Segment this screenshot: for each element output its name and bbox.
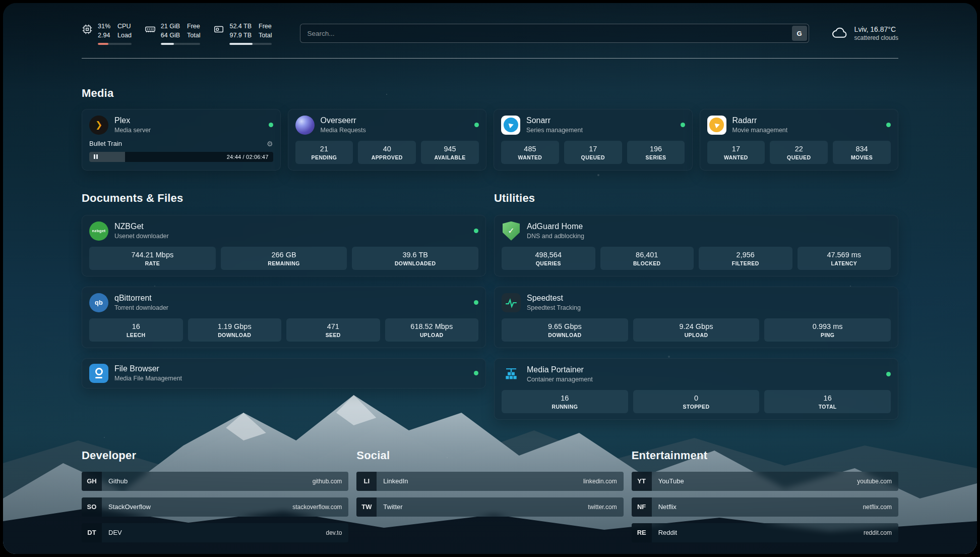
status-dot-online (474, 371, 478, 375)
section-title-developer: Developer (82, 449, 348, 462)
app-desc: DNS and adblocking (527, 233, 584, 240)
stat-leech: 16 LEECH (89, 318, 183, 342)
bookmark-group-social: Social LI LinkedIn linkedin.com TW Twitt… (356, 449, 623, 542)
stat-upload: 9.24 Gbps UPLOAD (633, 318, 760, 342)
search-engine-button[interactable]: G (792, 26, 807, 41)
section-title-utilities: Utilities (494, 192, 898, 205)
bookmark-linkedin[interactable]: LI LinkedIn linkedin.com (356, 472, 623, 491)
stat-blocked: 86,401 BLOCKED (600, 247, 694, 270)
bookmark-youtube[interactable]: YT YouTube youtube.com (632, 472, 898, 491)
app-card-overseerr[interactable]: Overseerr Media Requests 21 PENDING 40 A… (288, 109, 487, 171)
bookmark-group-entertainment: Entertainment YT YouTube youtube.com NF … (632, 449, 898, 542)
section-title-documents: Documents & Files (82, 192, 486, 205)
bookmark-group-developer: Developer GH Github github.com SO StackO… (82, 449, 348, 542)
section-title-media: Media (82, 87, 898, 100)
disk-usage-bar (229, 43, 272, 45)
overseerr-icon (295, 116, 315, 135)
app-name: NZBGet (114, 222, 169, 231)
bookmark-reddit[interactable]: RE Reddit reddit.com (632, 523, 898, 542)
top-bar: 31% CPU 2.94 Load 21 GiB Free 64 (82, 22, 898, 45)
header-divider (82, 58, 898, 59)
ram-monitor: 21 GiB Free 64 GiB Total (145, 22, 201, 45)
ram-free-label: Free (187, 22, 200, 31)
filebrowser-icon (89, 364, 108, 383)
ram-total-label: Total (187, 31, 200, 40)
app-card-filebrowser[interactable]: File Browser Media File Management (82, 358, 486, 388)
disk-icon (213, 24, 224, 35)
stat-queued: 22 QUEUED (770, 141, 828, 164)
bookmark-twitter[interactable]: TW Twitter twitter.com (356, 497, 623, 517)
portainer-icon (502, 365, 521, 384)
search-bar: G (300, 24, 809, 43)
app-card-speedtest[interactable]: Speedtest Speedtest Tracking 9.65 Gbps D… (494, 287, 898, 348)
snow-specks (3, 3, 4, 4)
reddit-icon: RE (632, 523, 652, 542)
ram-usage-bar (161, 43, 201, 45)
weather-widget: Lviv, 16.87°C scattered clouds (831, 25, 898, 41)
status-dot-online (474, 123, 479, 127)
app-card-nzbget[interactable]: nzbget NZBGet Usenet downloader 744.21 M… (82, 215, 486, 276)
ram-total-value: 64 GiB (161, 31, 180, 40)
disk-free-label: Free (259, 22, 272, 31)
app-desc: Usenet downloader (114, 233, 169, 240)
gear-icon[interactable]: ⚙ (267, 140, 273, 148)
disk-total-label: Total (259, 31, 272, 40)
stat-download: 1.19 Gbps DOWNLOAD (188, 318, 282, 342)
stat-remaining: 266 GB REMAINING (221, 247, 347, 270)
app-card-plex[interactable]: ❯ Plex Media server Bullet Train ⚙ 24:44… (82, 109, 281, 171)
app-desc: Movie management (732, 127, 788, 134)
cpu-load-label: Load (117, 31, 132, 40)
app-desc: Media File Management (114, 375, 182, 382)
nzbget-icon: nzbget (89, 221, 108, 241)
twitter-icon: TW (356, 497, 377, 517)
app-card-portainer[interactable]: Media Portainer Container management 16 … (494, 358, 898, 420)
bookmarks-area: Developer GH Github github.com SO StackO… (82, 449, 898, 554)
dashboard-content: 31% CPU 2.94 Load 21 GiB Free 64 (82, 3, 898, 554)
section-title-social: Social (356, 449, 623, 462)
dashboard-screen: 31% CPU 2.94 Load 21 GiB Free 64 (3, 3, 977, 554)
app-name: Radarr (732, 116, 788, 125)
app-desc: Speedtest Tracking (527, 304, 581, 311)
app-name: Overseerr (321, 116, 366, 125)
stat-movies: 834 MOVIES (833, 141, 891, 164)
speedtest-icon (502, 293, 521, 312)
app-card-qbittorrent[interactable]: qb qBittorrent Torrent downloader 16 LEE… (82, 287, 486, 348)
cpu-monitor: 31% CPU 2.94 Load (82, 22, 132, 45)
app-name: AdGuard Home (527, 222, 584, 231)
bookmark-dev[interactable]: DT DEV dev.to (82, 523, 348, 542)
bookmark-github[interactable]: GH Github github.com (82, 472, 348, 491)
github-icon: GH (82, 472, 102, 491)
status-dot-online (681, 123, 685, 127)
media-card-grid: ❯ Plex Media server Bullet Train ⚙ 24:44… (82, 109, 898, 171)
stat-rate: 744.21 Mbps RATE (89, 247, 216, 270)
radarr-icon (707, 116, 726, 135)
app-desc: Torrent downloader (114, 304, 168, 311)
app-desc: Container management (527, 376, 593, 383)
playback-time: 24:44 / 02:06:47 (227, 154, 269, 160)
app-card-radarr[interactable]: Radarr Movie management 17 WANTED 22 QUE… (700, 109, 899, 171)
playback-progress-bar[interactable]: 24:44 / 02:06:47 (89, 152, 273, 162)
stat-wanted: 17 WANTED (707, 141, 765, 164)
adguard-icon: ✓ (502, 221, 521, 241)
cloud-icon (831, 25, 848, 41)
bookmark-stackoverflow[interactable]: SO StackOverflow stackoverflow.com (82, 497, 348, 517)
pause-icon[interactable] (94, 154, 98, 159)
app-desc: Series management (526, 127, 583, 134)
app-desc: Media Requests (321, 127, 366, 134)
app-name: Media Portainer (527, 365, 593, 374)
status-dot-online (474, 300, 478, 305)
weather-condition: scattered clouds (854, 34, 898, 41)
utilities-column: Utilities ✓ AdGuard Home DNS and adblock… (494, 192, 898, 420)
cpu-percent: 31% (98, 22, 110, 31)
stat-queries: 498,564 QUERIES (502, 247, 595, 270)
disk-monitor: 52.4 TB Free 97.9 TB Total (213, 22, 272, 45)
bookmark-netflix[interactable]: NF Netflix netflix.com (632, 497, 898, 517)
app-name: Plex (114, 116, 151, 125)
app-name: qBittorrent (114, 294, 168, 303)
app-card-adguard[interactable]: ✓ AdGuard Home DNS and adblocking 498,56… (494, 215, 898, 276)
search-input[interactable] (302, 30, 791, 37)
app-card-sonarr[interactable]: Sonarr Series management 485 WANTED 17 Q… (494, 109, 693, 171)
weather-location: Lviv, 16.87°C (854, 25, 898, 33)
status-dot-online (886, 123, 891, 127)
stat-stopped: 0 STOPPED (633, 390, 760, 413)
